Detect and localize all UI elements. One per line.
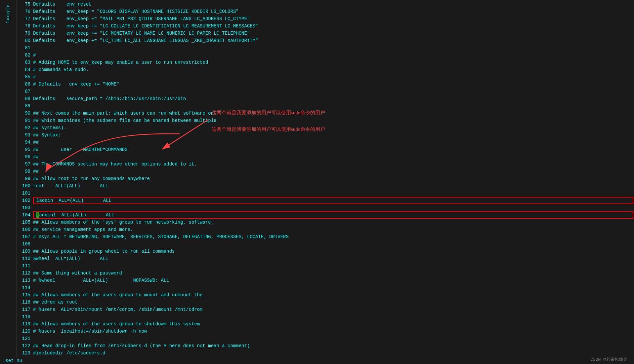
line-102: 102 laoqin ALL=(ALL) ALL [17,197,634,204]
line-number-114: 114 [17,285,30,290]
line-113: 113 # %wheel ALL=(ALL) NOPASSWD: ALL [17,277,634,284]
status-bar: :set nu [0,357,634,364]
line-number-82: 82 [17,53,30,58]
line-83: 83 # Adding HOME to env_keep may enable … [17,59,634,66]
line-content-122: ## Read drop-in files from /etc/sudoers.… [33,343,633,348]
line-content-110: %wheel ALL=(ALL) ALL [33,256,633,261]
line-content-84: # commands via sudo. [33,67,633,72]
line-115: 115 ## Allows members of the users group… [17,291,634,299]
line-content-94: ## [33,140,633,145]
line-111: 111 [17,262,634,270]
line-number-120: 120 [17,329,30,334]
line-number-80: 80 [17,38,30,43]
vim-command: :set nu [3,358,22,363]
line-92: 92 ## systems). [17,124,634,131]
line-91: 91 ## which machines (the sudoers file c… [17,117,634,124]
line-93: 93 ## Syntax: [17,131,634,139]
line-120: 120 # %users localhost=/sbin/shutdown -h… [17,328,634,335]
line-number-94: 94 [17,140,30,145]
line-123: 123 #includedir /etc/sudoers.d [17,349,634,357]
line-content-102: laoqin ALL=(ALL) ALL [33,197,633,204]
line-content-79: Defaults env_keep += "LC_MONETARY LC_NAM… [33,31,633,36]
line-number-105: 105 [17,220,30,225]
line-number-109: 109 [17,249,30,254]
line-number-83: 83 [17,60,30,65]
line-content-115: ## Allows members of the users group to … [33,292,633,298]
line-101: 101 [17,190,634,197]
line-number-99: 99 [17,176,30,181]
line-94: 94 ## [17,139,634,146]
line-104: 104 laoqin1 ALL=(ALL) ALL [17,211,634,219]
line-content-96: ## [33,154,633,160]
line-number-87: 87 [17,89,30,94]
csdn-watermark: CSDN @老秦包你会 [590,356,627,362]
line-number-79: 79 [17,31,30,36]
line-content-76: Defaults env_keep = "COLORS DISPLAY HOST… [33,9,633,14]
line-85: 85 # [17,73,634,81]
line-content-119: ## Allows members of the users group to … [33,321,633,327]
line-content-117: # %users ALL=/sbin/mount /mnt/cdrom, /sb… [33,307,633,312]
line-content-85: # [33,74,633,80]
line-75: 75 Defaults env_reset [17,1,634,8]
line-90: 90 ## Next comes the main part: which us… [17,110,634,117]
sidebar-label: laoqin [6,4,11,23]
line-number-110: 110 [17,256,30,261]
line-number-75: 75 [17,2,30,7]
line-number-91: 91 [17,118,30,123]
line-content-99: ## Allow root to run any commands anywhe… [33,176,633,181]
line-84: 84 # commands via sudo. [17,66,634,73]
line-106: 106 ## service management apps and more. [17,226,634,233]
line-number-112: 112 [17,271,30,276]
line-content-106: ## service management apps and more. [33,227,633,232]
line-88: 88 Defaults secure_path = /sbin:/bin:/us… [17,95,634,102]
line-number-116: 116 [17,300,30,305]
sidebar: laoqin [0,0,17,364]
line-number-77: 77 [17,16,30,21]
line-118: 118 [17,313,634,320]
line-number-113: 113 [17,278,30,283]
line-number-123: 123 [17,350,30,356]
line-number-81: 81 [17,45,30,51]
line-117: 117 # %users ALL=/sbin/mount /mnt/cdrom,… [17,306,634,313]
line-119: 119 ## Allows members of the users group… [17,320,634,328]
line-content-109: ## Allows people in group wheel to run a… [33,249,633,254]
line-109: 109 ## Allows people in group wheel to r… [17,248,634,255]
line-content-105: ## Allows members of the 'sys' group to … [33,220,633,225]
line-content-88: Defaults secure_path = /sbin:/bin:/usr/s… [33,96,633,101]
line-content-120: # %users localhost=/sbin/shutdown -h now [33,329,633,334]
line-76: 76 Defaults env_keep = "COLORS DISPLAY H… [17,8,634,15]
line-number-76: 76 [17,9,30,14]
line-number-121: 121 [17,336,30,341]
line-number-106: 106 [17,227,30,232]
line-content-77: Defaults env_keep += "MAIL PS1 PS2 QTDIR… [33,16,633,21]
line-content-75: Defaults env_reset [33,2,633,7]
line-77: 77 Defaults env_keep += "MAIL PS1 PS2 QT… [17,15,634,22]
line-number-86: 86 [17,82,30,87]
line-content-107: # %sys ALL = NETWORKING, SOFTWARE, SERVI… [33,234,633,239]
line-number-85: 85 [17,74,30,80]
line-79: 79 Defaults env_keep += "LC_MONETARY LC_… [17,30,634,37]
annotation-text: 这两个就是我要添加的用户可以使用sudo命令的用户 [212,110,325,115]
line-116: 116 ## cdrom as root [17,299,634,306]
line-number-96: 96 [17,154,30,160]
line-number-88: 88 [17,96,30,101]
line-110: 110 %wheel ALL=(ALL) ALL [17,255,634,262]
line-number-101: 101 [17,191,30,196]
line-99: 99 ## Allow root to run any commands any… [17,175,634,182]
line-content-92: ## systems). [33,125,633,130]
line-number-118: 118 [17,314,30,319]
line-content-104: laoqin1 ALL=(ALL) ALL [33,211,633,219]
line-number-100: 100 [17,183,30,189]
line-content-82: # [33,53,633,58]
line-112: 112 ## Same thing without a password [17,270,634,277]
main-content: 75 Defaults env_reset 76 Defaults env_ke… [17,0,634,364]
line-content-93: ## Syntax: [33,132,633,138]
line-80: 80 Defaults env_keep += "LC_TIME LC_ALL … [17,37,634,44]
line-121: 121 [17,335,634,342]
line-content-100: root ALL=(ALL) ALL [33,183,633,189]
line-number-107: 107 [17,234,30,239]
cursor-block: l [36,212,39,218]
annotation: 这两个就是我要添加的用户可以使用sudo命令的用户 [212,110,325,116]
line-number-78: 78 [17,23,30,29]
line-number-92: 92 [17,125,30,130]
